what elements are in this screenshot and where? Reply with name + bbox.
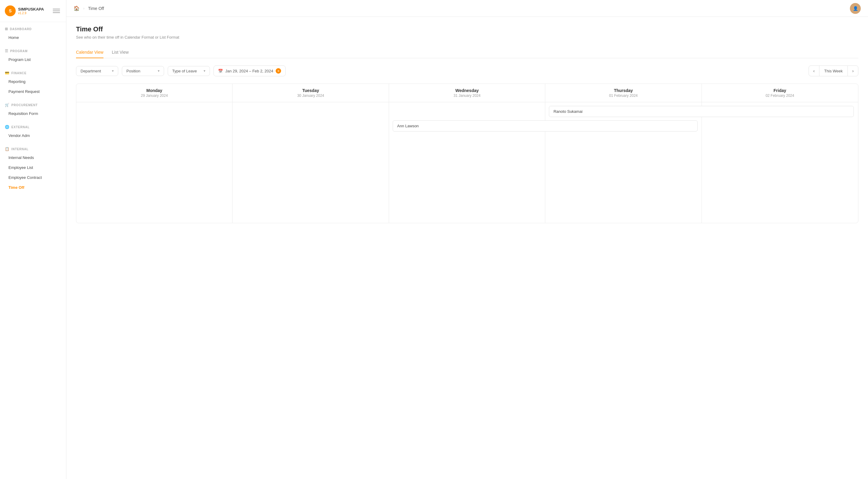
col-header-thursday: Thursday 01 February 2024 xyxy=(545,84,702,102)
program-icon: ☰ xyxy=(5,49,8,53)
col-header-friday: Friday 02 February 2024 xyxy=(702,84,858,102)
position-label: Position xyxy=(126,69,140,73)
position-dropdown[interactable]: Position ▾ xyxy=(122,66,164,76)
filters-bar: Department ▾ Position ▾ Type of Leave ▾ … xyxy=(76,65,858,76)
sidebar-item-payment-request[interactable]: Payment Request xyxy=(5,87,61,96)
event-name-ranoto-sukamai: Ranoto Sukamai xyxy=(553,109,582,114)
day-date-thursday: 01 February 2024 xyxy=(550,93,696,98)
procurement-icon: 🛒 xyxy=(5,103,10,107)
page-title: Time Off xyxy=(76,25,858,33)
col-header-tuesday: Tuesday 30 January 2024 xyxy=(232,84,389,102)
app-version: v1.2.9 xyxy=(18,11,44,15)
calendar-icon: 📅 xyxy=(218,69,223,73)
sidebar-section-program: ☰ PROGRAM Program List xyxy=(0,44,66,66)
sidebar-item-employee-contract[interactable]: Employee Contract xyxy=(5,173,61,182)
day-name-monday: Monday xyxy=(81,88,227,93)
section-label-external: EXTERNAL xyxy=(11,125,30,129)
calendar-header: Monday 29 January 2024 Tuesday 30 Januar… xyxy=(76,84,858,102)
cell-tuesday xyxy=(232,102,389,223)
cell-friday xyxy=(702,102,858,223)
logo-icon: S xyxy=(5,5,16,16)
department-label: Department xyxy=(81,69,101,73)
breadcrumb-separator: › xyxy=(83,6,85,10)
sidebar-item-employee-list[interactable]: Employee List xyxy=(5,163,61,172)
cell-monday xyxy=(76,102,232,223)
day-name-friday: Friday xyxy=(707,88,853,93)
finance-icon: 💳 xyxy=(5,71,10,75)
sidebar-item-reporting[interactable]: Reporting xyxy=(5,77,61,86)
day-date-tuesday: 30 January 2024 xyxy=(237,93,384,98)
day-date-monday: 29 January 2024 xyxy=(81,93,227,98)
day-date-wednesday: 31 January 2024 xyxy=(394,93,540,98)
sidebar-item-vendor-adm[interactable]: Vendor Adm xyxy=(5,131,61,140)
day-name-wednesday: Wednesday xyxy=(394,88,540,93)
home-icon[interactable]: 🏠 xyxy=(73,5,80,11)
sidebar-section-external: 🌐 EXTERNAL Vendor Adm xyxy=(0,120,66,142)
hamburger-button[interactable] xyxy=(52,6,61,16)
event-card-ann-lawson[interactable]: Ann Lawson xyxy=(393,120,698,131)
sidebar-item-requisition-form[interactable]: Requisition Form xyxy=(5,109,61,118)
topbar-page-title: Time Off xyxy=(88,6,104,11)
event-card-ranoto-sukamai[interactable]: Ranoto Sukamai xyxy=(549,106,854,117)
dashboard-icon: ⊞ xyxy=(5,27,8,31)
week-navigation: ‹ This Week › xyxy=(809,65,858,76)
week-nav-label: This Week xyxy=(819,65,847,76)
event-name-ann-lawson: Ann Lawson xyxy=(397,124,419,128)
sidebar-item-home[interactable]: Home xyxy=(5,33,61,42)
day-name-thursday: Thursday xyxy=(550,88,696,93)
sidebar-section-finance: 💳 FINANCE Reporting Payment Request xyxy=(0,66,66,98)
day-name-tuesday: Tuesday xyxy=(237,88,384,93)
type-of-leave-dropdown[interactable]: Type of Leave ▾ xyxy=(168,66,210,76)
view-tabs: Calendar View List View xyxy=(76,47,858,58)
topbar: 🏠 › Time Off 👤 xyxy=(66,0,868,17)
date-range-value: Jan 29, 2024 – Feb 2, 2024 xyxy=(225,69,273,73)
main-content: 🏠 › Time Off 👤 Time Off See who on their… xyxy=(66,0,868,479)
external-icon: 🌐 xyxy=(5,125,10,129)
internal-icon: 📋 xyxy=(5,147,10,151)
section-label-finance: FINANCE xyxy=(11,71,27,75)
section-label-internal: INTERNAL xyxy=(11,148,29,151)
type-of-leave-chevron-icon: ▾ xyxy=(204,69,206,73)
sidebar-item-program-list[interactable]: Program List xyxy=(5,55,61,64)
day-date-friday: 02 February 2024 xyxy=(707,93,853,98)
page-subtitle: See who on their time off in Calendar Fo… xyxy=(76,35,858,39)
next-week-button[interactable]: › xyxy=(847,65,858,76)
department-chevron-icon: ▾ xyxy=(112,69,114,73)
event-ann-lawson[interactable]: Ann Lawson xyxy=(393,120,698,134)
cell-wednesday: Ann Lawson xyxy=(389,102,545,223)
section-label-program: PROGRAM xyxy=(10,50,28,53)
col-header-monday: Monday 29 January 2024 xyxy=(76,84,232,102)
date-range-filter[interactable]: 📅 Jan 29, 2024 – Feb 2, 2024 ✕ xyxy=(214,65,286,76)
sidebar-logo: S SIMPUSKAPA v1.2.9 xyxy=(0,0,66,22)
event-ranoto-sukamai[interactable]: Ranoto Sukamai xyxy=(549,106,854,119)
col-header-wednesday: Wednesday 31 January 2024 xyxy=(389,84,545,102)
calendar-grid: Monday 29 January 2024 Tuesday 30 Januar… xyxy=(76,84,858,223)
sidebar-section-procurement: 🛒 PROCUREMENT Requisition Form xyxy=(0,98,66,120)
section-label-dashboard: DASHBOARD xyxy=(10,27,32,31)
sidebar: S SIMPUSKAPA v1.2.9 ⊞ DASHBOARD Home ☰ P… xyxy=(0,0,66,479)
department-dropdown[interactable]: Department ▾ xyxy=(76,66,118,76)
tab-calendar-view[interactable]: Calendar View xyxy=(76,47,103,58)
calendar-body: Ann Lawson Ranoto Sukamai xyxy=(76,102,858,223)
content-area: Time Off See who on their time off in Ca… xyxy=(66,17,868,479)
date-range-clear-button[interactable]: ✕ xyxy=(276,68,281,73)
prev-week-button[interactable]: ‹ xyxy=(809,65,819,76)
sidebar-section-internal: 📋 INTERNAL Internal Needs Employee List … xyxy=(0,142,66,194)
sidebar-item-time-off[interactable]: Time Off xyxy=(5,183,61,192)
position-chevron-icon: ▾ xyxy=(158,69,159,73)
avatar[interactable]: 👤 xyxy=(850,3,861,14)
sidebar-section-dashboard: ⊞ DASHBOARD Home xyxy=(0,22,66,44)
section-label-procurement: PROCUREMENT xyxy=(11,103,38,107)
type-of-leave-label: Type of Leave xyxy=(172,69,197,73)
app-name: SIMPUSKAPA xyxy=(18,7,44,12)
sidebar-item-internal-needs[interactable]: Internal Needs xyxy=(5,153,61,162)
tab-list-view[interactable]: List View xyxy=(112,47,129,58)
